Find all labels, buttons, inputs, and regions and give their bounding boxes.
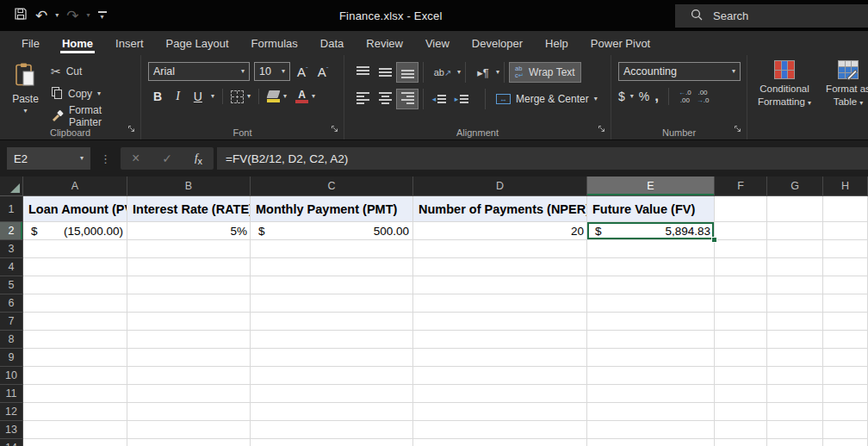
cell-E5[interactable] [587, 276, 715, 294]
number-format-combo[interactable]: Accounting ▾ [618, 62, 741, 81]
decrease-indent-button[interactable]: ◂ [428, 89, 450, 109]
cell-E9[interactable] [587, 349, 715, 367]
row-header-6[interactable]: 6 [0, 294, 23, 313]
cell-A9[interactable] [23, 349, 127, 367]
borders-icon[interactable] [231, 90, 244, 103]
cell-B8[interactable] [127, 331, 251, 349]
insert-function-icon[interactable]: fx [195, 151, 202, 166]
number-dialog-launcher-icon[interactable] [734, 121, 742, 137]
row-header-1[interactable]: 1 [0, 196, 23, 222]
save-icon[interactable] [14, 7, 28, 24]
cell-D4[interactable] [413, 258, 587, 276]
cell-F5[interactable] [715, 276, 767, 294]
cell-H12[interactable] [823, 403, 868, 421]
cell-A2[interactable]: $(15,000.00) [23, 222, 127, 240]
cell-G4[interactable] [767, 258, 823, 276]
cell-D7[interactable] [413, 313, 587, 331]
cell-H5[interactable] [823, 276, 868, 294]
tab-developer[interactable]: Developer [461, 31, 534, 55]
percent-style-button[interactable]: % [639, 90, 649, 103]
cell-F13[interactable] [715, 421, 767, 439]
align-left-button[interactable] [351, 89, 374, 109]
cell-E7[interactable] [587, 313, 715, 331]
cell-H1[interactable] [823, 196, 868, 222]
row-header-14[interactable]: 14 [0, 439, 23, 446]
font-color-dropdown-icon[interactable]: ▾ [312, 93, 315, 100]
align-top-button[interactable] [351, 62, 374, 83]
tab-review[interactable]: Review [355, 31, 414, 55]
font-size-combo[interactable]: 10 ▾ [254, 62, 290, 81]
cell-G9[interactable] [767, 349, 823, 367]
clipboard-dialog-launcher-icon[interactable] [127, 121, 136, 137]
column-header-H[interactable]: H [823, 177, 868, 196]
cell-H11[interactable] [823, 385, 868, 403]
row-header-12[interactable]: 12 [0, 403, 23, 421]
cell-E6[interactable] [587, 294, 715, 313]
row-header-9[interactable]: 9 [0, 349, 23, 367]
customize-quick-access-icon[interactable]: ▾ [98, 11, 107, 21]
cell-D1[interactable]: Number of Payments (NPER) [413, 196, 587, 222]
tab-formulas[interactable]: Formulas [240, 31, 309, 55]
cell-B7[interactable] [127, 313, 251, 331]
cell-D3[interactable] [413, 240, 587, 258]
cell-A8[interactable] [23, 331, 127, 349]
cell-C10[interactable] [251, 367, 413, 385]
undo-dropdown-icon[interactable]: ▾ [55, 12, 59, 19]
cell-B1[interactable]: Interest Rate (RATE) [127, 196, 251, 222]
cell-G3[interactable] [767, 240, 823, 258]
cell-D12[interactable] [413, 403, 587, 421]
cell-D11[interactable] [413, 385, 587, 403]
cell-E10[interactable] [587, 367, 715, 385]
conditional-formatting-button[interactable]: Conditional Formatting ▾ [754, 60, 815, 125]
bold-button[interactable]: B [148, 89, 167, 104]
borders-dropdown-icon[interactable]: ▾ [247, 93, 251, 100]
text-direction-button[interactable]: ▸¶ [470, 62, 496, 83]
cell-H6[interactable] [823, 294, 868, 313]
cell-G8[interactable] [767, 331, 823, 349]
row-header-11[interactable]: 11 [0, 385, 23, 403]
column-header-F[interactable]: F [715, 177, 767, 196]
cell-C13[interactable] [251, 421, 413, 439]
cell-C1[interactable]: Monthly Payment (PMT) [251, 196, 413, 222]
align-bottom-button[interactable] [396, 62, 418, 83]
cell-F11[interactable] [715, 385, 767, 403]
cell-F10[interactable] [715, 367, 767, 385]
cell-A13[interactable] [23, 421, 127, 439]
tab-file[interactable]: File [10, 31, 51, 55]
cell-F9[interactable] [715, 349, 767, 367]
increase-font-size-button[interactable]: Aˆ [294, 65, 311, 79]
cell-F6[interactable] [715, 294, 767, 313]
cell-E1[interactable]: Future Value (FV) [587, 196, 715, 222]
cell-A6[interactable] [23, 294, 127, 313]
cell-C14[interactable] [251, 439, 413, 446]
select-all-corner[interactable] [0, 177, 23, 196]
wrap-text-button[interactable]: abc↵ Wrap Text [509, 62, 581, 83]
cell-H4[interactable] [823, 258, 868, 276]
cell-H14[interactable] [823, 439, 868, 446]
cell-G1[interactable] [767, 196, 823, 222]
cell-C2[interactable]: $500.00 [251, 222, 413, 240]
decrease-font-size-button[interactable]: Aˇ [315, 65, 332, 79]
cell-G2[interactable] [767, 222, 823, 240]
cell-G5[interactable] [767, 276, 823, 294]
alignment-dialog-launcher-icon[interactable] [598, 121, 606, 137]
italic-button[interactable]: I [170, 89, 185, 104]
cell-G14[interactable] [767, 439, 823, 446]
orientation-button[interactable]: ab↗ [428, 62, 457, 83]
cell-H13[interactable] [823, 421, 868, 439]
row-header-2[interactable]: 2 [0, 222, 23, 240]
cell-B10[interactable] [127, 367, 251, 385]
fill-handle[interactable] [711, 237, 717, 243]
comma-style-button[interactable]: , [654, 88, 659, 105]
underline-dropdown-icon[interactable]: ▾ [211, 93, 214, 100]
cell-F2[interactable] [715, 222, 767, 240]
format-painter-button[interactable]: Format Painter [51, 107, 135, 126]
cell-B6[interactable] [127, 294, 251, 313]
cell-C11[interactable] [251, 385, 413, 403]
cell-F12[interactable] [715, 403, 767, 421]
align-middle-button[interactable] [374, 62, 396, 83]
font-dialog-launcher-icon[interactable] [331, 121, 339, 137]
cell-G11[interactable] [767, 385, 823, 403]
cell-A11[interactable] [23, 385, 127, 403]
cell-E13[interactable] [587, 421, 715, 439]
